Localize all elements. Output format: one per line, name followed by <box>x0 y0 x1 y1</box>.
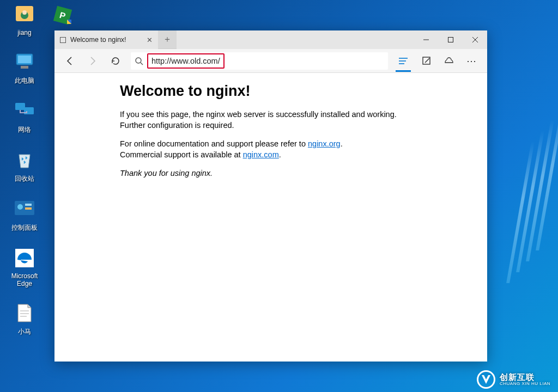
desktop-icon-this-pc[interactable]: 此电脑 <box>5 50 44 85</box>
watermark-text: 创新互联 CHUANG XIN HU LIAN <box>500 373 550 386</box>
link-nginx-org[interactable]: nginx.org <box>308 139 341 148</box>
address-text: http://www.old.com/ <box>151 57 220 65</box>
window-close-button[interactable] <box>463 30 487 49</box>
edge-icon <box>13 246 37 270</box>
link-nginx-com[interactable]: nginx.com <box>243 150 279 159</box>
text-file-icon <box>13 301 37 325</box>
nav-back-button[interactable] <box>59 50 81 72</box>
icon-label: 小马 <box>18 327 31 336</box>
this-pc-icon <box>13 50 37 74</box>
search-icon <box>131 57 147 65</box>
svg-point-2 <box>22 10 27 15</box>
page-content: Welcome to nginx! If you see this page, … <box>54 73 487 362</box>
icon-label: jiang <box>17 29 31 36</box>
icon-label: 此电脑 <box>15 76 34 85</box>
browser-toolbar: http://www.old.com/ ⋯ <box>54 49 487 73</box>
window-controls <box>414 30 487 49</box>
svg-rect-5 <box>21 66 28 69</box>
browser-tab-active[interactable]: Welcome to nginx! ✕ <box>54 30 158 49</box>
desktop-icon-edge[interactable]: Microsoft Edge <box>5 246 44 287</box>
more-icon: ⋯ <box>466 55 477 67</box>
desktop-icon-user[interactable]: jiang <box>5 3 44 36</box>
desktop-icon-recycle-bin[interactable]: 回收站 <box>5 148 44 183</box>
tab-close-button[interactable]: ✕ <box>147 36 153 44</box>
browser-titlebar[interactable]: Welcome to nginx! ✕ ＋ <box>54 30 487 49</box>
page-paragraph-2: For online documentation and support ple… <box>120 139 422 160</box>
svg-rect-7 <box>24 107 34 114</box>
network-icon <box>13 99 37 123</box>
edge-browser-window: Welcome to nginx! ✕ ＋ <box>54 30 487 362</box>
svg-point-22 <box>136 58 141 63</box>
watermark: 创新互联 CHUANG XIN HU LIAN <box>477 370 550 389</box>
titlebar-drag-area[interactable] <box>177 30 414 49</box>
desktop-icon-project[interactable]: P <box>52 4 79 32</box>
new-tab-button[interactable]: ＋ <box>158 30 177 49</box>
user-icon <box>13 3 37 27</box>
address-bar[interactable]: http://www.old.com/ <box>131 52 388 70</box>
icon-label: 控制面板 <box>11 223 38 232</box>
page-thanks: Thank you for using nginx. <box>120 168 422 179</box>
recycle-bin-icon <box>13 148 37 172</box>
page-heading: Welcome to nginx! <box>120 83 422 100</box>
watermark-logo <box>477 370 495 389</box>
address-highlight-box: http://www.old.com/ <box>147 53 225 69</box>
desktop-icon-network[interactable]: 网络 <box>5 99 44 134</box>
icon-label: 回收站 <box>15 174 34 183</box>
tab-title: Welcome to nginx! <box>70 36 126 44</box>
svg-line-23 <box>141 63 143 65</box>
nav-refresh-button[interactable] <box>105 50 126 72</box>
window-minimize-button[interactable] <box>414 30 438 49</box>
reading-view-button[interactable] <box>392 50 414 72</box>
svg-rect-4 <box>18 56 31 63</box>
window-maximize-button[interactable] <box>438 30 463 49</box>
icon-label: Microsoft Edge <box>5 272 44 287</box>
notes-button[interactable] <box>415 50 437 72</box>
desktop-icon-control-panel[interactable]: 控制面板 <box>5 197 44 232</box>
svg-rect-11 <box>25 207 32 210</box>
desktop-icon-text-file[interactable]: 小马 <box>5 301 44 336</box>
svg-rect-6 <box>15 103 25 110</box>
page-icon <box>60 37 66 43</box>
more-menu-button[interactable]: ⋯ <box>461 50 483 72</box>
page-paragraph-1: If you see this page, the nginx web serv… <box>120 109 422 131</box>
svg-rect-10 <box>25 204 32 206</box>
svg-rect-27 <box>423 57 430 64</box>
nav-forward-button[interactable] <box>82 50 104 72</box>
icon-label: 网络 <box>18 125 31 134</box>
svg-rect-19 <box>448 38 453 42</box>
svg-point-9 <box>17 204 23 210</box>
desktop-icons-column: jiang 此电脑 网络 回收站 <box>5 3 44 350</box>
control-panel-icon <box>13 197 37 221</box>
share-button[interactable] <box>438 50 460 72</box>
